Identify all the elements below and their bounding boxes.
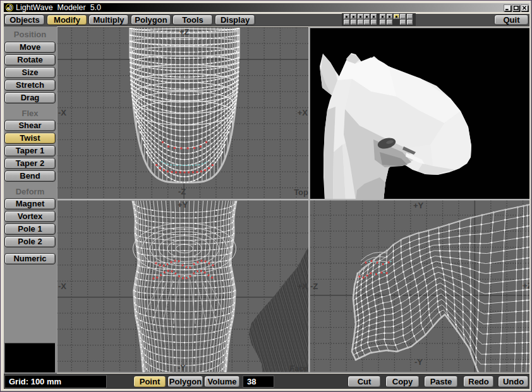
svg-text:+X: +X <box>298 108 308 117</box>
svg-text:-X: -X <box>58 108 66 117</box>
svg-text:+Z: +Z <box>523 281 529 290</box>
svg-text:Top: Top <box>294 187 308 197</box>
svg-text:+Z: +Z <box>179 27 190 37</box>
svg-text:-X: -X <box>58 282 66 291</box>
svg-text:-Z: -Z <box>310 282 318 291</box>
svg-text:+Y: +Y <box>413 201 424 210</box>
svg-text:-Y: -Y <box>414 357 423 367</box>
svg-text:Face: Face <box>289 364 308 373</box>
svg-text:+Y: +Y <box>178 200 188 210</box>
svg-text:-Z: -Z <box>178 187 186 196</box>
svg-text:-Y: -Y <box>178 363 186 372</box>
svg-text:+X: +X <box>298 282 308 291</box>
